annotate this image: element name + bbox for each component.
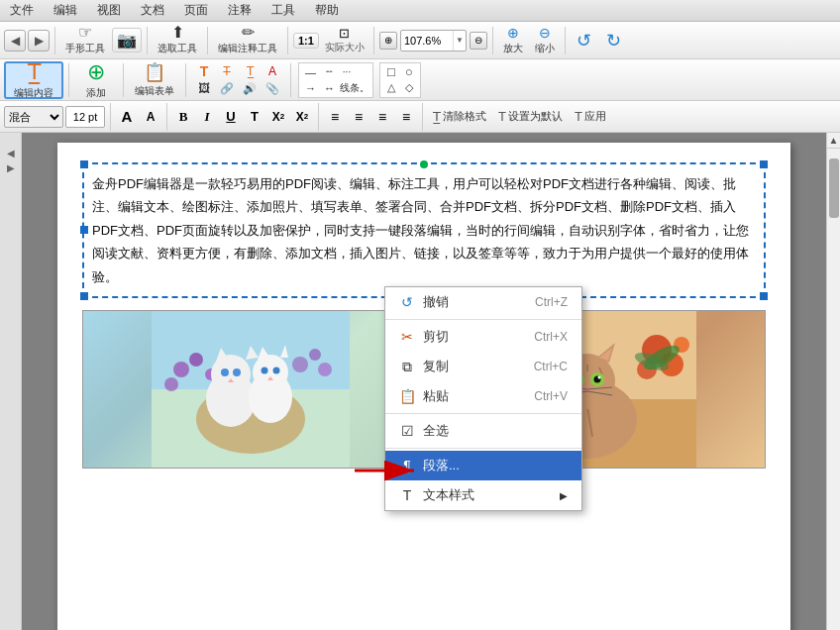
strikethrough-button[interactable]: T	[216, 63, 238, 79]
sep1	[54, 27, 55, 54]
add-button[interactable]: ⊕ 添加	[74, 61, 118, 99]
svg-point-8	[318, 363, 332, 376]
camera-button[interactable]: 📷	[112, 28, 142, 52]
dotted-line-button[interactable]: ···	[339, 65, 355, 79]
zoom-out-button[interactable]: ⊖	[470, 32, 487, 50]
superscript-button[interactable]: X2	[291, 106, 313, 128]
circle-tool-button[interactable]: ○	[401, 65, 417, 79]
line-tool-button[interactable]: —	[302, 65, 319, 79]
align-center-button[interactable]: ≡	[348, 106, 369, 128]
text-block[interactable]: 金舟PDF编辑器是一款轻巧易用的PDF阅读、编辑、标注工具，用户可以轻松对PDF…	[82, 162, 766, 298]
zoom-in-button[interactable]: ⊕	[379, 32, 397, 50]
scroll-up-button[interactable]: ▲	[827, 133, 840, 149]
main-area: ◀ ▶ 金舟PDF编辑器是一款轻巧易用的PDF阅读、编辑、标注工具，用户可以轻松…	[0, 133, 840, 630]
sep12	[110, 103, 111, 131]
double-arrow-button[interactable]: ↔	[321, 81, 338, 95]
font-size-decrease-button[interactable]: A	[140, 106, 161, 128]
font-family-select[interactable]: 混合	[4, 106, 63, 128]
menu-tools[interactable]: 工具	[267, 1, 299, 20]
subscript-button[interactable]: X2	[267, 106, 289, 128]
zoom-in-text-button[interactable]: ⊕ 放大	[498, 22, 528, 58]
underline-button[interactable]: U	[220, 106, 242, 128]
apply-label: 应用	[584, 109, 606, 124]
context-menu-paste[interactable]: 📋 粘贴 Ctrl+V	[385, 381, 581, 411]
font-size-increase-button[interactable]: A	[116, 106, 138, 128]
select-tool-button[interactable]: ⬆ 选取工具	[153, 22, 202, 58]
menu-bar: 文件 编辑 视图 文档 页面 注释 工具 帮助	[0, 0, 840, 22]
context-menu-cut[interactable]: ✂ 剪切 Ctrl+X	[385, 322, 581, 352]
handle-top-right[interactable]	[760, 160, 768, 168]
attach-button[interactable]: 📎	[262, 80, 283, 96]
zoom-dropdown-arrow[interactable]: ▼	[453, 31, 466, 51]
zoom-input[interactable]	[401, 35, 453, 47]
copy-shortcut: Ctrl+C	[534, 360, 568, 373]
context-menu-undo[interactable]: ↺ 撤销 Ctrl+Z	[385, 287, 581, 317]
sidebar-expand-button[interactable]: ▶	[7, 162, 15, 173]
menu-annotate[interactable]: 注释	[224, 1, 256, 20]
handle-middle-left[interactable]	[80, 226, 88, 234]
triangle-tool-button[interactable]: △	[383, 81, 399, 95]
menu-page[interactable]: 页面	[180, 1, 212, 20]
bold-button[interactable]: B	[172, 106, 194, 128]
hand-tool-button[interactable]: ☞ 手形工具	[60, 22, 110, 58]
actual-ratio-button[interactable]: 1:1	[293, 33, 319, 49]
text-color-button[interactable]: A	[262, 63, 283, 79]
zoom-out-text-button[interactable]: ⊖ 缩小	[530, 22, 560, 58]
forward-button[interactable]: ▶	[28, 30, 50, 52]
arrow-line-button[interactable]: →	[302, 81, 319, 95]
highlight-text-button[interactable]: T̲	[239, 63, 261, 79]
menu-file[interactable]: 文件	[6, 1, 38, 20]
sep15	[422, 103, 423, 131]
cat-left-svg	[152, 310, 350, 469]
context-menu-select-all[interactable]: ☑ 全选	[385, 416, 581, 446]
toolbar-row1: ◀ ▶ ☞ 手形工具 📷 ⬆ 选取工具 ✏ 编辑注释工具 1:1 ⊡ 实际大小 …	[0, 22, 840, 59]
image-cat-left[interactable]	[82, 310, 419, 469]
actual-size-button[interactable]: ⊡ 实际大小	[321, 26, 368, 54]
handle-top-middle[interactable]	[420, 160, 428, 168]
menu-edit[interactable]: 编辑	[50, 1, 81, 20]
image-button[interactable]: 🖼	[193, 80, 215, 96]
back-button[interactable]: ◀	[4, 30, 26, 52]
rect-tool-button[interactable]: □	[383, 65, 399, 79]
context-menu-copy[interactable]: ⧉ 复制 Ctrl+C	[385, 352, 581, 381]
dashed-line-button[interactable]: ╌	[321, 65, 337, 79]
redo-button[interactable]: ↻	[600, 27, 628, 54]
text-tool-t-button[interactable]: T	[193, 63, 215, 79]
align-right-button[interactable]: ≡	[371, 106, 393, 128]
menu-view[interactable]: 视图	[93, 1, 125, 20]
edit-content-button[interactable]: T̲ 编辑内容	[4, 61, 63, 99]
sidebar-collapse-button[interactable]: ◀	[7, 148, 15, 158]
align-justify-button[interactable]: ≡	[395, 106, 417, 128]
zoom-area: ⊕ ▼ ⊖	[379, 30, 487, 52]
link-button[interactable]: 🔗	[216, 80, 238, 96]
sep2	[147, 27, 148, 54]
menu-help[interactable]: 帮助	[311, 1, 343, 20]
diamond-tool-button[interactable]: ◇	[401, 81, 417, 95]
annotate-tool-button[interactable]: ✏ 编辑注释工具	[213, 22, 282, 58]
cut-label: 剪切	[423, 328, 449, 346]
edit-form-button[interactable]: 📋 编辑表单	[129, 61, 180, 99]
undo-button[interactable]: ↺	[571, 27, 598, 54]
line-label: 线条。	[340, 81, 369, 95]
edit-content-label: 编辑内容	[14, 86, 53, 100]
handle-bottom-right[interactable]	[760, 292, 768, 300]
set-default-button[interactable]: T 设置为默认	[493, 106, 568, 127]
font-size-input[interactable]	[65, 106, 105, 128]
text-format-button[interactable]: T	[244, 106, 265, 128]
zoom-combo[interactable]: ▼	[400, 30, 467, 52]
clear-format-icon: T̲	[433, 109, 441, 124]
align-left-button[interactable]: ≡	[324, 106, 346, 128]
audio-button[interactable]: 🔊	[239, 80, 261, 96]
red-arrow-indicator	[350, 456, 429, 489]
menu-doc[interactable]: 文档	[137, 1, 168, 20]
scroll-track[interactable]	[827, 149, 840, 630]
clear-format-button[interactable]: T̲ 清除格式	[428, 106, 491, 127]
italic-button[interactable]: I	[196, 106, 218, 128]
cut-ctx-icon: ✂	[399, 329, 415, 345]
copy-label: 复制	[423, 358, 449, 375]
svg-point-2	[173, 362, 189, 377]
apply-button[interactable]: T 应用	[570, 106, 611, 127]
scroll-thumb[interactable]	[829, 158, 839, 218]
vertical-scrollbar[interactable]: ▲ ▼	[826, 133, 840, 630]
edit-content-icon: T̲	[28, 59, 41, 85]
